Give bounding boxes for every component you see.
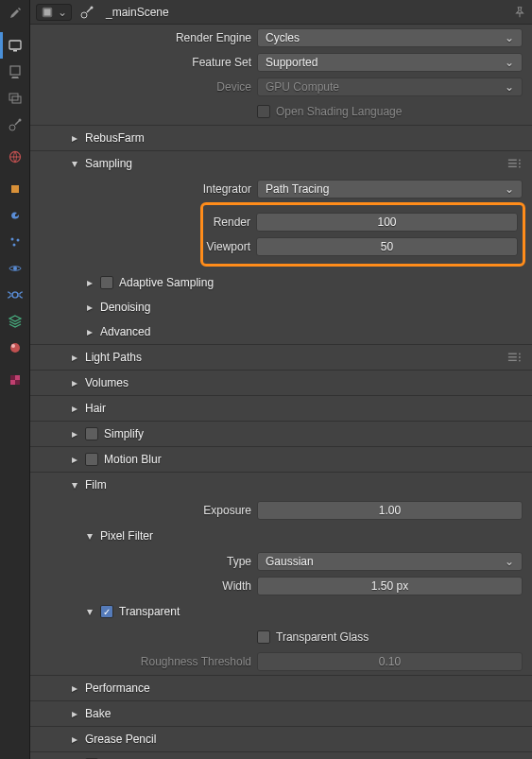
presets-icon[interactable] — [507, 351, 523, 364]
svg-point-5 — [9, 125, 15, 130]
svg-point-34 — [519, 360, 521, 362]
svg-rect-17 — [10, 375, 15, 380]
section-denoising[interactable]: ▸ Denoising — [30, 295, 532, 319]
svg-rect-31 — [508, 360, 517, 361]
tab-render[interactable] — [0, 32, 29, 59]
svg-point-26 — [519, 160, 521, 162]
section-transparent[interactable]: ▾ Transparent — [30, 599, 532, 624]
tab-modifiers[interactable] — [0, 202, 29, 229]
disclosure-right-icon: ▸ — [70, 131, 79, 145]
svg-point-9 — [10, 238, 13, 241]
svg-rect-30 — [508, 356, 517, 357]
viewport-samples-field[interactable]: 50 — [256, 237, 518, 256]
transparent-checkbox[interactable] — [100, 605, 113, 618]
device-label: Device — [30, 80, 257, 94]
filter-type-label: Type — [30, 555, 257, 568]
section-pixel-filter[interactable]: ▾ Pixel Filter — [30, 524, 532, 548]
tab-active-tool[interactable] — [0, 0, 29, 26]
svg-rect-29 — [508, 354, 517, 354]
roughness-threshold-label: Roughness Threshold — [30, 655, 257, 668]
svg-point-12 — [13, 267, 17, 270]
section-volumes[interactable]: ▸ Volumes — [30, 371, 532, 395]
transparent-glass-checkbox[interactable] — [257, 630, 270, 644]
simplify-checkbox[interactable] — [85, 427, 98, 440]
section-light-paths[interactable]: ▸ Light Paths — [30, 345, 532, 370]
svg-rect-20 — [44, 9, 51, 15]
adaptive-sampling-checkbox[interactable] — [100, 276, 113, 289]
osl-checkbox[interactable] — [257, 105, 270, 118]
section-freestyle[interactable]: ▸ Freestyle — [30, 752, 532, 759]
tab-physics[interactable] — [0, 255, 29, 282]
section-film[interactable]: ▾ Film — [30, 473, 532, 497]
render-engine-select[interactable]: Cycles — [257, 28, 523, 47]
integrator-select[interactable]: Path Tracing — [257, 180, 523, 198]
svg-rect-18 — [15, 380, 20, 385]
svg-point-27 — [519, 163, 521, 164]
svg-point-21 — [81, 12, 87, 18]
pin-icon[interactable] — [513, 6, 526, 19]
render-engine-label: Render Engine — [30, 31, 257, 44]
roughness-threshold-field: 0.10 — [257, 652, 523, 671]
tab-data[interactable] — [0, 308, 29, 335]
render-samples-field[interactable]: 100 — [256, 213, 518, 232]
tab-material[interactable] — [0, 335, 29, 361]
section-hair[interactable]: ▸ Hair — [30, 396, 532, 421]
filter-width-field[interactable]: 1.50 px — [257, 577, 523, 595]
svg-point-28 — [519, 166, 521, 168]
section-performance[interactable]: ▸ Performance — [30, 676, 532, 700]
scene-icon — [79, 5, 94, 20]
editor-type-dropdown[interactable]: ⌄ — [36, 4, 72, 21]
properties-panel: ⌄ _mainScene Render Engine Cycles Featur… — [30, 0, 532, 759]
section-sampling[interactable]: ▾ Sampling — [30, 151, 532, 176]
svg-point-6 — [18, 119, 21, 122]
feature-set-select[interactable]: Supported — [257, 53, 523, 72]
svg-rect-2 — [10, 66, 20, 75]
svg-rect-23 — [508, 160, 517, 161]
tab-texture[interactable] — [0, 367, 29, 393]
svg-point-33 — [519, 356, 521, 358]
section-adaptive-sampling[interactable]: ▸ Adaptive Sampling — [30, 270, 532, 295]
section-motion-blur[interactable]: ▸ Motion Blur — [30, 447, 532, 472]
tab-particles[interactable] — [0, 229, 29, 255]
svg-rect-0 — [9, 41, 21, 49]
svg-point-22 — [91, 6, 94, 9]
motion-blur-checkbox[interactable] — [85, 453, 98, 466]
svg-point-14 — [10, 343, 20, 353]
tab-view-layer[interactable] — [0, 85, 29, 112]
exposure-label: Exposure — [30, 504, 257, 517]
presets-icon[interactable] — [507, 157, 523, 170]
svg-point-11 — [12, 244, 15, 247]
tab-output[interactable] — [0, 59, 29, 85]
tab-constraints[interactable] — [0, 282, 29, 308]
filter-type-select[interactable]: Gaussian — [257, 552, 523, 571]
svg-point-10 — [16, 239, 19, 242]
svg-point-32 — [519, 354, 521, 355]
device-select: GPU Compute — [257, 78, 523, 96]
osl-label: Open Shading Language — [276, 105, 402, 118]
scene-name: _mainScene — [106, 6, 169, 19]
svg-point-15 — [11, 344, 15, 348]
svg-rect-25 — [508, 166, 517, 167]
transparent-glass-label: Transparent Glass — [276, 630, 369, 644]
svg-rect-24 — [508, 163, 517, 164]
feature-set-label: Feature Set — [30, 56, 257, 69]
properties-tabs-sidebar — [0, 0, 30, 759]
section-rebusfarm[interactable]: ▸ RebusFarm — [30, 126, 532, 150]
filter-width-label: Width — [30, 579, 257, 593]
transparent-glass-row[interactable]: Transparent Glass — [257, 630, 523, 644]
section-advanced[interactable]: ▸ Advanced — [30, 319, 532, 344]
svg-rect-8 — [11, 185, 19, 193]
section-grease-pencil[interactable]: ▸ Grease Pencil — [30, 727, 532, 751]
integrator-label: Integrator — [30, 182, 257, 196]
exposure-field[interactable]: 1.00 — [257, 501, 523, 520]
tab-object[interactable] — [0, 176, 29, 202]
render-samples-label: Render — [203, 216, 256, 229]
section-bake[interactable]: ▸ Bake — [30, 701, 532, 726]
highlight-box: Render 100 Viewport 50 — [200, 202, 525, 267]
osl-checkbox-row[interactable]: Open Shading Language — [257, 105, 523, 118]
tab-scene[interactable] — [0, 112, 29, 138]
svg-rect-1 — [13, 50, 17, 52]
section-simplify[interactable]: ▸ Simplify — [30, 422, 532, 446]
tab-world[interactable] — [0, 144, 29, 170]
panel-header: ⌄ _mainScene — [30, 0, 532, 25]
